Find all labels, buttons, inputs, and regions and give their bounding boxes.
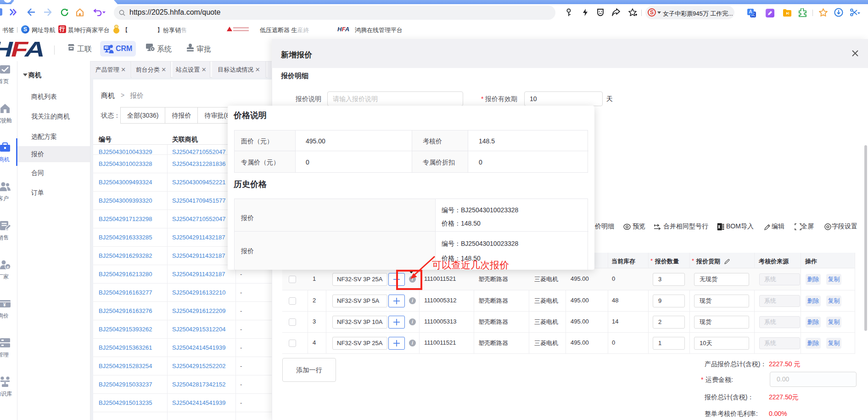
- svg-text:CRM: CRM: [105, 47, 109, 49]
- svg-text:¥: ¥: [3, 302, 6, 307]
- svg-text:e: e: [7, 265, 9, 269]
